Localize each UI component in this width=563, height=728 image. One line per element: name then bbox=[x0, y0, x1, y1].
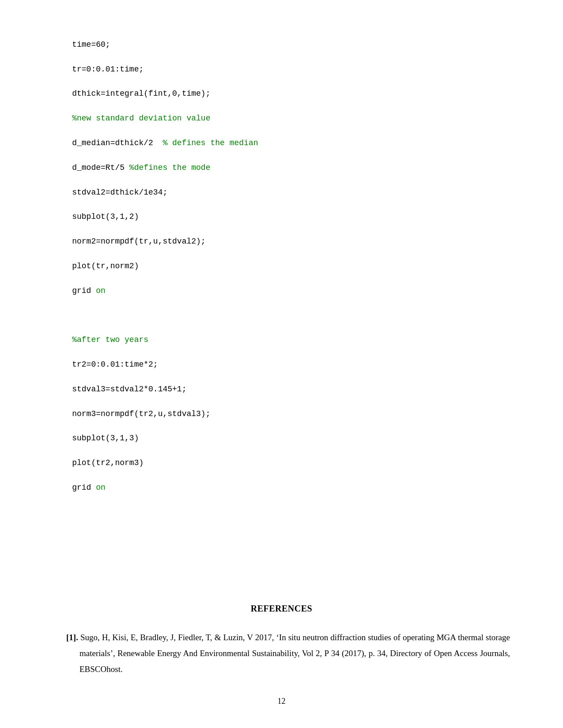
code-line-1: time=60; bbox=[72, 40, 110, 49]
code-line-11a: grid bbox=[72, 286, 96, 295]
code-line-11b: on bbox=[96, 286, 106, 295]
code-line-2: tr=0:0.01:time; bbox=[72, 65, 144, 74]
reference-entry-1: [1]. Sugo, H, Kisi, E, Bradley, J, Fiedl… bbox=[53, 630, 510, 677]
code-line-7: stdval2=dthick/1e34; bbox=[72, 188, 167, 197]
code-block: time=60; tr=0:0.01:time; dthick=integral… bbox=[53, 26, 510, 507]
code-line-16: norm3=normpdf(tr2,u,stdval3); bbox=[72, 409, 210, 418]
code-line-3: dthick=integral(fint,0,time); bbox=[72, 89, 210, 98]
code-line-10: plot(tr,norm2) bbox=[72, 262, 139, 270]
ref-number-1: [1]. bbox=[66, 633, 78, 642]
code-line-5b: % defines the median bbox=[162, 139, 258, 147]
page: time=60; tr=0:0.01:time; dthick=integral… bbox=[0, 0, 563, 728]
code-line-19b: on bbox=[96, 483, 106, 492]
ref-text-1: Sugo, H, Kisi, E, Bradley, J, Fiedler, T… bbox=[78, 633, 510, 674]
code-line-13: %after two years bbox=[72, 335, 148, 344]
code-line-4: %new standard deviation value bbox=[72, 114, 210, 123]
code-line-18: plot(tr2,norm3) bbox=[72, 458, 144, 467]
code-line-8: subplot(3,1,2) bbox=[72, 212, 139, 221]
code-line-9: norm2=normpdf(tr,u,stdval2); bbox=[72, 237, 205, 246]
code-line-15: stdval3=stdval2*0.145+1; bbox=[72, 385, 186, 394]
code-line-6b: %defines the mode bbox=[129, 163, 211, 172]
references-title: REFERENCES bbox=[53, 604, 510, 614]
code-line-17: subplot(3,1,3) bbox=[72, 434, 139, 443]
code-line-6a: d_mode=Rt/5 bbox=[72, 163, 129, 172]
code-line-5a: d_median=dthick/2 bbox=[72, 139, 162, 147]
code-line-14: tr2=0:0.01:time*2; bbox=[72, 360, 158, 369]
code-line-19a: grid bbox=[72, 483, 96, 492]
references-section: REFERENCES [1]. Sugo, H, Kisi, E, Bradle… bbox=[53, 604, 510, 677]
page-number: 12 bbox=[278, 697, 286, 706]
